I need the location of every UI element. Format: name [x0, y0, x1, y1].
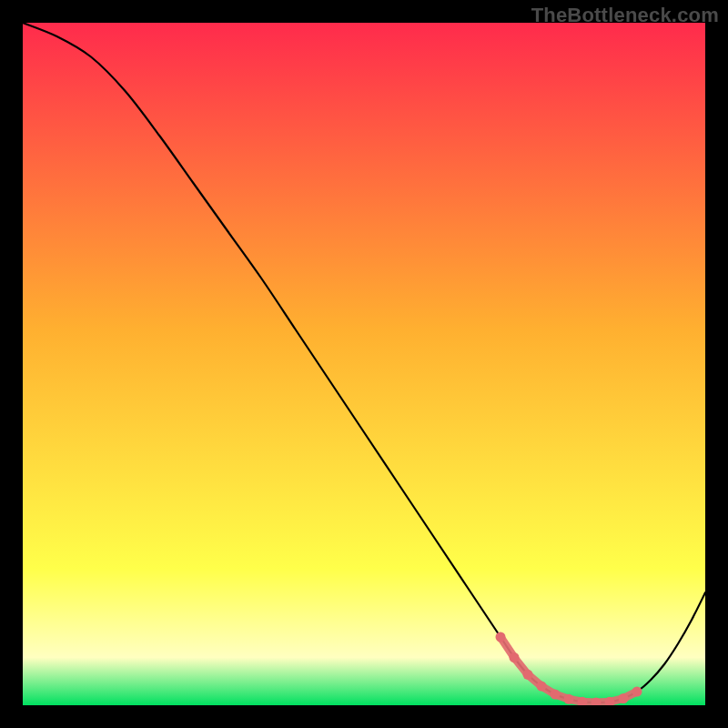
highlight-marker [564, 694, 574, 704]
highlight-marker [523, 670, 533, 680]
gradient-background [23, 23, 705, 705]
highlight-marker [551, 690, 561, 700]
highlight-marker [496, 632, 506, 642]
chart-frame: TheBottleneck.com [0, 0, 728, 728]
highlight-marker [619, 693, 629, 703]
highlight-marker [537, 682, 547, 692]
highlight-marker [632, 687, 642, 697]
plot-area [23, 23, 705, 705]
highlight-marker [510, 652, 520, 662]
chart-svg [23, 23, 705, 705]
